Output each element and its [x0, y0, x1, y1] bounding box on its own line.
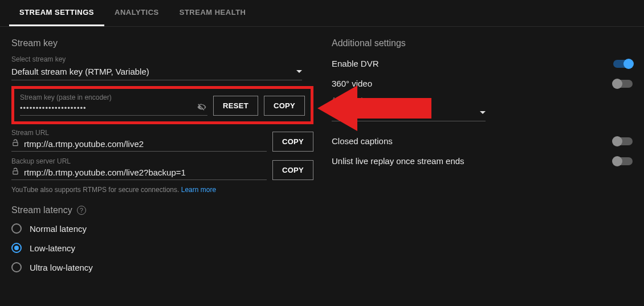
learn-more-link[interactable]: Learn more — [181, 186, 216, 194]
open-lock-icon — [11, 168, 19, 177]
stream-key-input-label: Stream key (paste in encoder) — [20, 93, 207, 101]
added-delay-value: None — [332, 108, 352, 117]
stream-key-highlight-box: Stream key (paste in encoder) ••••••••••… — [11, 86, 313, 124]
radio-icon — [11, 223, 22, 234]
radio-icon — [11, 243, 22, 253]
radio-icon — [11, 262, 22, 272]
360-video-label: 360° video — [332, 79, 372, 88]
latency-normal-option[interactable]: Normal latency — [11, 223, 319, 234]
stream-url-label: Stream URL — [11, 129, 267, 137]
copy-url-button[interactable]: COPY — [272, 132, 313, 152]
additional-settings-heading: Additional settings — [332, 38, 633, 48]
latency-low-label: Low-latency — [30, 243, 75, 253]
open-lock-icon — [11, 139, 19, 149]
chevron-down-icon — [480, 111, 486, 114]
chevron-down-icon — [296, 70, 302, 73]
stream-url-value: rtmp://a.rtmp.youtube.com/live2 — [24, 139, 144, 149]
svg-rect-0 — [13, 142, 18, 146]
unlist-replay-toggle[interactable] — [613, 157, 633, 165]
tab-stream-settings[interactable]: STREAM SETTINGS — [9, 0, 104, 26]
tab-stream-health[interactable]: STREAM HEALTH — [169, 0, 256, 26]
added-delay-label: Added delay — [332, 96, 633, 104]
stream-key-heading: Stream key — [11, 38, 319, 48]
enable-dvr-label: Enable DVR — [332, 59, 379, 68]
stream-key-select[interactable]: Default stream key (RTMP, Variable) — [11, 64, 302, 80]
copy-key-button[interactable]: COPY — [264, 96, 305, 116]
360-video-toggle[interactable] — [613, 80, 633, 88]
rtmps-note: YouTube also supports RTMPS for secure c… — [11, 186, 319, 194]
enable-dvr-toggle[interactable] — [613, 60, 633, 68]
stream-key-input[interactable]: ••••••••••••••••••••• — [20, 104, 87, 112]
latency-ultra-option[interactable]: Ultra low-latency — [11, 262, 319, 272]
tab-bar: STREAM SETTINGS ANALYTICS STREAM HEALTH — [0, 0, 644, 27]
stream-latency-heading: Stream latency — [11, 205, 72, 215]
latency-ultra-label: Ultra low-latency — [30, 263, 93, 272]
copy-backup-button[interactable]: COPY — [272, 160, 313, 180]
visibility-off-icon[interactable] — [196, 101, 207, 115]
added-delay-select[interactable]: None — [332, 105, 486, 121]
stream-key-select-value: Default stream key (RTMP, Variable) — [11, 67, 149, 76]
closed-captions-toggle[interactable] — [613, 137, 633, 145]
tab-analytics[interactable]: ANALYTICS — [104, 0, 169, 26]
reset-button[interactable]: RESET — [213, 96, 258, 116]
select-stream-key-label: Select stream key — [11, 55, 319, 63]
latency-radio-group: Normal latency Low-latency Ultra low-lat… — [11, 223, 319, 272]
latency-normal-label: Normal latency — [30, 224, 87, 234]
help-icon[interactable]: ? — [77, 206, 86, 215]
latency-low-option[interactable]: Low-latency — [11, 243, 319, 253]
unlist-replay-label: Unlist live replay once stream ends — [332, 156, 464, 166]
closed-captions-label: Closed captions — [332, 136, 393, 146]
svg-rect-1 — [13, 171, 18, 174]
backup-url-label: Backup server URL — [11, 157, 267, 165]
backup-url-value: rtmp://b.rtmp.youtube.com/live2?backup=1 — [24, 168, 186, 177]
